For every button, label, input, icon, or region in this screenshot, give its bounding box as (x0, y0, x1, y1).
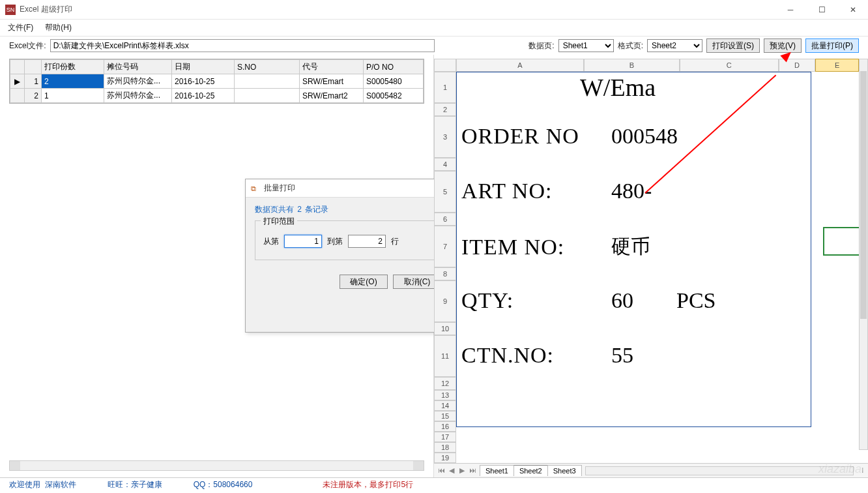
menu-help[interactable]: 帮助(H) (45, 22, 72, 33)
status-warning: 未注册版本，最多打印5行 (323, 479, 413, 490)
tab-nav[interactable]: ⏮◀▶⏭ (434, 466, 480, 475)
row-header[interactable]: 11 (434, 335, 456, 377)
menu-file[interactable]: 文件(F) (8, 22, 33, 33)
row-header[interactable]: 5 (434, 171, 456, 213)
tab-scrollbar[interactable] (585, 466, 854, 475)
row-header[interactable]: 3 (434, 116, 456, 158)
left-pane: 打印份数 摊位号码 日期 S.NO 代号 P/O NO ▶ 1 2 苏州贝特尔金… (0, 55, 434, 477)
ctn-no-label: CTN.NO: (461, 343, 611, 368)
file-label: Excel文件: (9, 40, 46, 52)
toolbar: Excel文件: 数据页: Sheet1 格式页: Sheet2 打印设置(S)… (0, 37, 868, 55)
row-header[interactable]: 15 (434, 411, 456, 421)
right-pane: A B C D E 12345678910111213141516171819 … (434, 55, 868, 477)
sheet-corner[interactable] (434, 59, 456, 72)
col-header[interactable]: B (584, 59, 680, 72)
minimize-button[interactable]: ─ (781, 5, 800, 14)
table-row[interactable]: ▶ 1 2 苏州贝特尔金... 2016-10-25 SRW/Emart S00… (10, 74, 424, 89)
row-headers: 12345678910111213141516171819 (434, 72, 456, 463)
col-header[interactable]: C (680, 59, 779, 72)
sheet-tabs: ⏮◀▶⏭ Sheet1 Sheet2 Sheet3 ⁞ (434, 463, 868, 477)
batch-print-dialog: 批量打印 ✕ 数据页共有 2 条记录 打印范围 从第 到第 行 (245, 179, 451, 333)
row-header[interactable]: 10 (434, 322, 456, 335)
data-grid[interactable]: 打印份数 摊位号码 日期 S.NO 代号 P/O NO ▶ 1 2 苏州贝特尔金… (9, 59, 424, 104)
order-no-label: ORDER NO (461, 124, 611, 149)
row-header[interactable]: 14 (434, 400, 456, 411)
menubar: 文件(F) 帮助(H) (0, 20, 868, 37)
dialog-icon (251, 184, 260, 193)
row-header[interactable]: 13 (434, 390, 456, 400)
titlebar: SN Excel 超级打印 ─ ☐ ✕ (0, 0, 868, 20)
qty-value: 60 (611, 288, 676, 313)
column-headers: A B C D E (456, 59, 859, 72)
sheet-tab[interactable]: Sheet3 (547, 465, 582, 476)
format-page-label: 格式页: (618, 40, 643, 52)
row-header[interactable]: 17 (434, 432, 456, 442)
app-icon: SN (5, 5, 16, 15)
watermark: xiazaiba (818, 462, 861, 476)
window-title: Excel 超级打印 (20, 4, 781, 15)
row-suffix: 行 (391, 236, 399, 247)
row-header[interactable]: 2 (434, 103, 456, 116)
item-no-label: ITEM NO: (461, 235, 611, 260)
from-input[interactable] (284, 235, 322, 248)
row-header[interactable]: 7 (434, 226, 456, 267)
horizontal-scrollbar[interactable] (9, 460, 424, 471)
maximize-button[interactable]: ☐ (812, 5, 832, 14)
cells-area[interactable]: W/Ema ORDER NO 000548 ART NO: 480- ITEM … (456, 72, 859, 458)
sheet-tab[interactable]: Sheet1 (480, 465, 514, 476)
print-setting-button[interactable]: 打印设置(S) (706, 38, 760, 53)
data-page-select[interactable]: Sheet1 (558, 39, 614, 52)
spreadsheet-preview[interactable]: A B C D E 12345678910111213141516171819 … (434, 55, 868, 458)
file-path-input[interactable] (50, 39, 435, 52)
row-header[interactable]: 8 (434, 267, 456, 280)
row-header[interactable]: 6 (434, 213, 456, 226)
ctn-no-value: 55 (611, 343, 633, 368)
row-header[interactable]: 18 (434, 442, 456, 453)
batch-print-button[interactable]: 批量打印(P) (805, 38, 859, 53)
qty-label: QTY: (461, 288, 611, 313)
item-no-value: 硬币 (611, 233, 650, 260)
grid-header[interactable]: 代号 (300, 60, 364, 74)
art-no-label: ART NO: (461, 179, 611, 203)
label-title: W/Ema (580, 73, 656, 102)
col-header[interactable]: A (456, 59, 584, 72)
row-header[interactable]: 19 (434, 453, 456, 463)
dialog-title: 批量打印 (264, 183, 429, 194)
table-row[interactable]: 2 1 苏州贝特尔金... 2016-10-25 SRW/Emart2 S000… (10, 89, 424, 103)
grid-header[interactable]: 打印份数 (42, 60, 104, 74)
row-header[interactable]: 1 (434, 72, 456, 103)
art-no-value: 480- (611, 179, 652, 203)
statusbar: 欢迎使用 深南软件 旺旺：亲子健康 QQ：508064660 未注册版本，最多打… (0, 477, 868, 492)
data-page-label: 数据页: (528, 40, 554, 52)
close-button[interactable]: ✕ (843, 5, 863, 14)
grid-header[interactable]: 摊位号码 (104, 60, 172, 74)
grid-header[interactable]: 日期 (172, 60, 235, 74)
col-header[interactable]: E (815, 59, 859, 72)
ok-button[interactable]: 确定(O) (340, 275, 388, 289)
col-header[interactable]: D (779, 59, 816, 72)
range-legend: 打印范围 (261, 216, 297, 227)
grid-header[interactable]: P/O NO (364, 60, 424, 74)
row-header[interactable]: 9 (434, 280, 456, 322)
order-no-value: 000548 (611, 124, 678, 149)
to-label: 到第 (327, 236, 343, 247)
vertical-scrollbar[interactable] (859, 59, 868, 450)
from-label: 从第 (263, 236, 279, 247)
row-header[interactable]: 12 (434, 377, 456, 390)
to-input[interactable] (348, 235, 386, 248)
row-header[interactable]: 4 (434, 158, 456, 171)
grid-header[interactable]: S.NO (235, 60, 300, 74)
dialog-info: 数据页共有 2 条记录 (255, 204, 441, 215)
preview-button[interactable]: 预览(V) (764, 38, 802, 53)
row-header[interactable]: 16 (434, 421, 456, 432)
sheet-tab[interactable]: Sheet2 (514, 465, 548, 476)
format-page-select[interactable]: Sheet2 (647, 39, 702, 52)
qty-unit: PCS (676, 288, 716, 313)
